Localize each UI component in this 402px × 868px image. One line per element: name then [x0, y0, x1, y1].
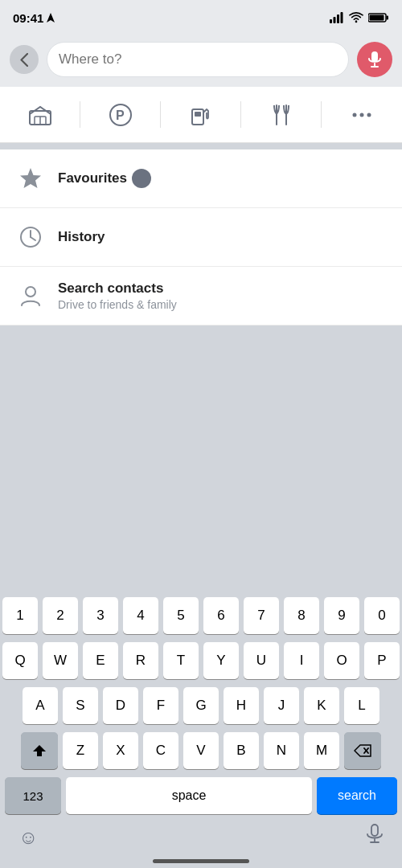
wifi-icon [349, 12, 363, 23]
key-b[interactable]: B [224, 732, 259, 769]
back-icon [20, 53, 28, 67]
category-parking[interactable]: P [80, 87, 161, 142]
category-more[interactable] [322, 87, 402, 142]
parking-icon: P [109, 103, 133, 127]
key-y[interactable]: Y [203, 642, 239, 679]
fuel-icon [189, 103, 213, 127]
gps-icon [47, 13, 55, 23]
mic-button[interactable] [357, 42, 392, 77]
contacts-subtitle: Drive to friends & family [58, 298, 177, 311]
key-r[interactable]: R [123, 642, 158, 679]
key-n[interactable]: N [264, 732, 299, 769]
key-x[interactable]: X [103, 732, 138, 769]
key-9[interactable]: 9 [324, 597, 359, 634]
emoji-key[interactable]: ☺ [18, 826, 39, 849]
svg-rect-2 [334, 17, 336, 23]
history-title: History [58, 229, 105, 245]
list-item-history[interactable]: History [0, 208, 402, 267]
favourites-title: Favourites [58, 170, 127, 186]
key-2[interactable]: 2 [43, 597, 78, 634]
list-area: Favourites History Search contacts Drive… [0, 149, 402, 326]
svg-point-28 [26, 287, 35, 297]
contacts-text: Search contacts Drive to friends & famil… [58, 280, 177, 311]
key-q[interactable]: Q [2, 642, 38, 679]
numbers-key[interactable]: 123 [5, 777, 61, 814]
key-m[interactable]: M [304, 732, 339, 769]
favourites-text: Favourites [58, 170, 127, 186]
key-8[interactable]: 8 [284, 597, 319, 634]
key-7[interactable]: 7 [244, 597, 279, 634]
key-1[interactable]: 1 [2, 597, 38, 634]
key-g[interactable]: G [183, 687, 219, 724]
key-3[interactable]: 3 [83, 597, 118, 634]
keyboard-emoji-row: ☺ [2, 819, 400, 859]
key-z[interactable]: Z [63, 732, 98, 769]
key-v[interactable]: V [183, 732, 219, 769]
contacts-icon-wrap [14, 280, 47, 312]
star-icon [18, 166, 43, 191]
keyboard-row-asdf: A S D F G H J K L [2, 687, 400, 724]
time-label: 09:41 [13, 11, 43, 25]
svg-rect-17 [192, 109, 203, 125]
key-e[interactable]: E [83, 642, 118, 679]
key-c[interactable]: C [143, 732, 178, 769]
keyboard-row-qwerty: Q W E R T Y U I O P [2, 642, 400, 679]
dictation-key[interactable] [366, 824, 384, 851]
back-button[interactable] [10, 45, 39, 74]
keyboard-row-zxcvbnm: Z X C V B N M [2, 732, 400, 769]
battery-icon [368, 12, 389, 23]
key-w[interactable]: W [43, 642, 78, 679]
search-input[interactable] [59, 51, 337, 68]
space-key[interactable]: space [66, 777, 312, 814]
backspace-key[interactable] [344, 732, 381, 769]
home-bar [153, 859, 249, 863]
shift-key[interactable] [21, 732, 58, 769]
key-4[interactable]: 4 [123, 597, 158, 634]
key-t[interactable]: T [163, 642, 199, 679]
svg-line-27 [31, 237, 35, 240]
key-h[interactable]: H [224, 687, 259, 724]
list-item-contacts[interactable]: Search contacts Drive to friends & famil… [0, 267, 402, 326]
search-key[interactable]: search [317, 777, 397, 814]
svg-rect-4 [341, 12, 343, 23]
key-s[interactable]: S [63, 687, 98, 724]
category-restaurant[interactable] [241, 87, 322, 142]
svg-rect-1 [330, 19, 332, 23]
home-indicator [2, 859, 400, 868]
key-k[interactable]: K [304, 687, 339, 724]
key-u[interactable]: U [244, 642, 279, 679]
more-icon [350, 103, 374, 127]
key-5[interactable]: 5 [163, 597, 199, 634]
key-d[interactable]: D [103, 687, 138, 724]
key-j[interactable]: J [264, 687, 299, 724]
key-i[interactable]: I [284, 642, 319, 679]
mic-icon [367, 51, 382, 68]
restaurant-icon [269, 103, 293, 127]
key-p[interactable]: P [364, 642, 400, 679]
list-item-favourites[interactable]: Favourites [0, 149, 402, 208]
category-garage[interactable] [0, 87, 80, 142]
key-0[interactable]: 0 [364, 597, 400, 634]
shift-icon [32, 743, 47, 758]
svg-point-24 [367, 113, 371, 117]
key-a[interactable]: A [23, 687, 58, 724]
favourites-badge [132, 169, 151, 188]
key-6[interactable]: 6 [203, 597, 239, 634]
backspace-icon [354, 744, 371, 757]
status-time: 09:41 [13, 11, 55, 25]
history-icon-wrap [14, 221, 47, 253]
search-header [0, 35, 402, 87]
svg-marker-0 [47, 13, 55, 23]
garage-icon [28, 103, 52, 127]
category-fuel[interactable] [161, 87, 241, 142]
keyboard-row-numbers: 1 2 3 4 5 6 7 8 9 0 [2, 597, 400, 634]
key-o[interactable]: O [324, 642, 359, 679]
key-l[interactable]: L [344, 687, 379, 724]
signal-icon [330, 12, 344, 23]
key-f[interactable]: F [143, 687, 178, 724]
svg-rect-9 [371, 51, 378, 62]
search-input-wrap[interactable] [47, 42, 349, 77]
svg-rect-3 [337, 14, 339, 23]
dictation-icon [366, 824, 384, 846]
favourites-icon-wrap [14, 162, 47, 194]
